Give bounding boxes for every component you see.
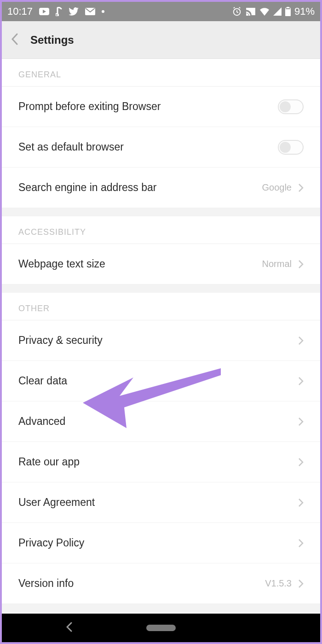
cast-icon <box>246 7 256 16</box>
row-label: Clear data <box>18 375 298 387</box>
android-navbar <box>2 614 320 642</box>
twitter-icon <box>69 7 79 16</box>
wifi-icon <box>259 7 270 16</box>
battery-percent: 91% <box>294 6 315 17</box>
page-title: Settings <box>30 34 74 46</box>
alarm-icon <box>232 6 242 17</box>
row-search-engine[interactable]: Search engine in address bar Google <box>2 168 320 208</box>
row-privacy-policy[interactable]: Privacy Policy <box>2 523 320 563</box>
row-clear-data[interactable]: Clear data <box>2 361 320 401</box>
section-header-other: OTHER <box>2 293 320 320</box>
row-label: Privacy Policy <box>18 537 298 549</box>
chevron-right-icon <box>298 260 304 269</box>
youtube-icon <box>39 8 49 15</box>
battery-icon <box>285 7 291 16</box>
section-header-accessibility: ACCESSIBILITY <box>2 216 320 244</box>
row-label: Privacy & security <box>18 334 298 347</box>
music-icon <box>56 7 62 16</box>
row-value: Normal <box>262 259 292 269</box>
row-label: Version info <box>18 577 265 590</box>
row-label: Rate our app <box>18 456 298 468</box>
chevron-right-icon <box>298 183 304 192</box>
row-label: User Agreement <box>18 496 298 509</box>
row-label: Advanced <box>18 415 298 428</box>
svg-rect-6 <box>286 8 290 9</box>
settings-header: Settings <box>2 21 320 59</box>
row-text-size[interactable]: Webpage text size Normal <box>2 244 320 284</box>
status-bar: 10:17 <box>2 2 320 21</box>
row-label: Set as default browser <box>18 141 278 153</box>
row-version-info[interactable]: Version info V1.5.3 <box>2 563 320 604</box>
chevron-right-icon <box>298 539 304 548</box>
more-notifications-icon <box>102 10 104 13</box>
row-rate-app[interactable]: Rate our app <box>2 442 320 482</box>
row-label: Prompt before exiting Browser <box>18 100 278 113</box>
svg-rect-5 <box>287 7 289 8</box>
row-default-browser[interactable]: Set as default browser <box>2 127 320 168</box>
settings-content: GENERAL Prompt before exiting Browser Se… <box>2 59 320 614</box>
row-privacy-security[interactable]: Privacy & security <box>2 320 320 361</box>
chevron-right-icon <box>298 498 304 507</box>
chevron-right-icon <box>298 458 304 467</box>
chevron-right-icon <box>298 417 304 426</box>
chevron-right-icon <box>298 336 304 345</box>
mail-icon <box>85 8 95 15</box>
chevron-right-icon <box>298 579 304 588</box>
toggle-prompt-exit[interactable] <box>278 99 304 114</box>
row-advanced[interactable]: Advanced <box>2 401 320 442</box>
signal-icon <box>273 7 282 16</box>
back-button[interactable] <box>11 33 18 47</box>
row-value: Google <box>262 182 292 193</box>
section-header-general: GENERAL <box>2 59 320 87</box>
nav-back-icon[interactable] <box>66 622 73 634</box>
row-label: Webpage text size <box>18 258 262 270</box>
status-time: 10:17 <box>7 6 33 17</box>
nav-home-pill[interactable] <box>146 625 176 631</box>
row-value: V1.5.3 <box>265 578 292 589</box>
row-label: Search engine in address bar <box>18 181 262 194</box>
row-user-agreement[interactable]: User Agreement <box>2 482 320 523</box>
row-prompt-exit[interactable]: Prompt before exiting Browser <box>2 87 320 127</box>
chevron-right-icon <box>298 377 304 386</box>
toggle-default-browser[interactable] <box>278 140 304 155</box>
